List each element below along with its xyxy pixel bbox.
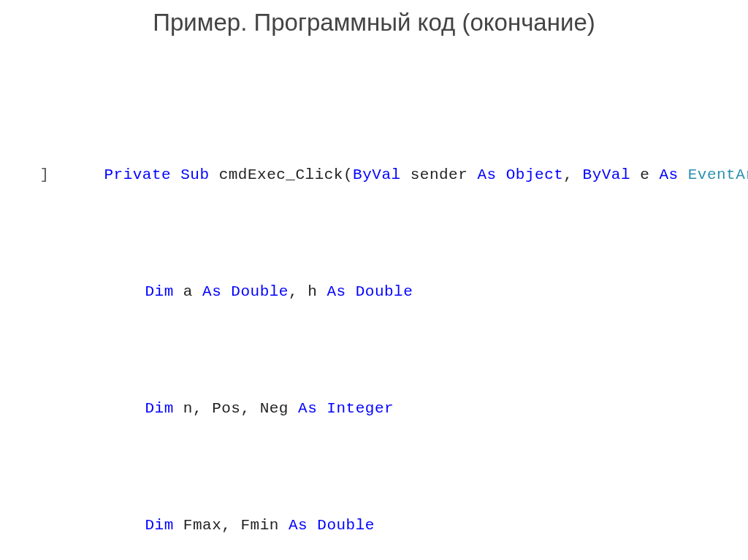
- kw-as-integer: As Integer: [298, 400, 394, 417]
- kw-private-sub: Private Sub: [104, 166, 209, 183]
- gutter-bracket: ]: [38, 161, 60, 190]
- ident-cmdexec: cmdExec_Click(: [210, 166, 354, 183]
- kw-byval: ByVal: [353, 166, 401, 183]
- kw-as: As: [659, 166, 687, 183]
- ident-sender: sender: [401, 166, 478, 183]
- code-line-3: Dim n, Pos, Neg As Integer: [0, 365, 748, 394]
- code-line-1: ]Private Sub cmdExec_Click(ByVal sender …: [0, 131, 748, 161]
- comma: ,: [563, 166, 582, 183]
- ident-npn: n, Pos, Neg: [174, 400, 298, 417]
- kw-as-double-2: As Double: [327, 283, 413, 300]
- slide-title: Пример. Программный код (окончание): [0, 0, 748, 44]
- kw-as-double: As Double: [289, 517, 375, 534]
- type-eventar: EventAr: [688, 166, 748, 183]
- kw-as-double: As Double: [202, 283, 289, 300]
- kw-dim: Dim: [145, 400, 173, 417]
- kw-dim: Dim: [145, 517, 173, 534]
- code-line-2: Dim a As Double, h As Double: [0, 248, 748, 277]
- ident-fmaxmin: Fmax, Fmin: [174, 517, 289, 534]
- code-line-4: Dim Fmax, Fmin As Double: [0, 482, 748, 511]
- ident-h: , h: [289, 283, 327, 300]
- code-block: ]Private Sub cmdExec_Click(ByVal sender …: [0, 44, 748, 560]
- kw-byval-2: ByVal: [583, 166, 631, 183]
- kw-as-object: As Object: [477, 166, 563, 183]
- kw-dim: Dim: [145, 283, 173, 300]
- ident-e: e: [630, 166, 659, 183]
- ident-a: a: [174, 283, 202, 300]
